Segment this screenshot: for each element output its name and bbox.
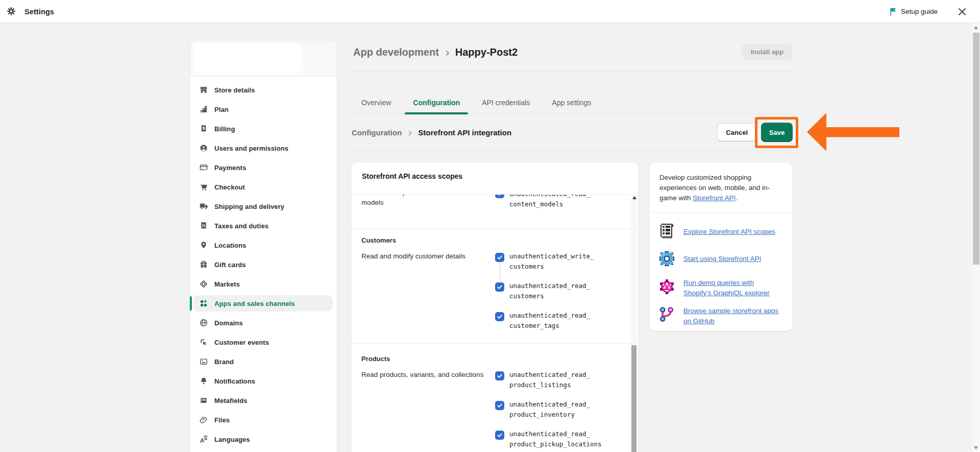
divider xyxy=(351,229,639,229)
checkbox-unauthenticated_write_customers[interactable] xyxy=(495,253,504,262)
breadcrumb-configuration[interactable]: Configuration xyxy=(352,128,402,137)
chevron-right-icon xyxy=(407,130,413,136)
scope-row: unauthenticated_read_content_models xyxy=(495,194,616,209)
scroll-icon xyxy=(658,223,675,240)
sidebar-item-domains[interactable]: Domains xyxy=(193,315,333,331)
settings-nav: Store detailsPlan$BillingUsers and permi… xyxy=(190,77,337,452)
sidebar-item-label: Apps and sales channels xyxy=(214,300,295,307)
divider xyxy=(351,343,639,344)
sidebar-item-plan[interactable]: Plan xyxy=(193,101,333,117)
sidebar-item-label: Metafields xyxy=(214,397,248,405)
sidebar-item-files[interactable]: Files xyxy=(193,412,333,428)
scope-checkbox-group: unauthenticated_read_product_listingsuna… xyxy=(495,370,616,449)
breadcrumb-storefront-api-integration: Storefront API integration xyxy=(418,128,511,137)
sidebar-item-markets[interactable]: Markets xyxy=(193,276,333,292)
sidebar-item-languages[interactable]: Languages xyxy=(193,431,333,447)
breadcrumb: App development Happy-Post2 xyxy=(353,41,518,63)
tab-overview[interactable]: Overview xyxy=(353,91,399,114)
sidebar-item-payments[interactable]: Payments xyxy=(193,159,333,176)
sidebar-item-checkout[interactable]: Checkout xyxy=(193,179,333,195)
scrollbar-thumb[interactable] xyxy=(631,345,636,452)
sidebar-item-metafields[interactable]: Metafields xyxy=(193,392,333,409)
sidebar-item-billing[interactable]: $Billing xyxy=(193,121,333,137)
info-link[interactable]: Browse sample storefront appson GitHub xyxy=(683,306,778,326)
brand-icon xyxy=(199,357,208,366)
graphql-icon xyxy=(658,278,675,295)
close-icon[interactable] xyxy=(957,7,967,17)
billing-icon: $ xyxy=(199,124,208,133)
markets-icon xyxy=(199,279,208,289)
checkbox-unauthenticated_read_customers[interactable] xyxy=(495,282,504,292)
checkbox-unauthenticated_read_product_inventory[interactable] xyxy=(495,401,504,410)
chevron-right-icon xyxy=(444,50,451,57)
sidebar-item-label: Gift cards xyxy=(214,261,246,269)
sidebar-item-apps-and-sales-channels[interactable]: Apps and sales channels xyxy=(193,295,333,312)
sidebar-item-label: Markets xyxy=(214,280,240,288)
scrollbar-up-arrow-icon[interactable] xyxy=(632,196,636,199)
sidebar-item-label: Domains xyxy=(214,319,243,327)
scope-row: unauthenticated_read_product_pickup_loca… xyxy=(495,429,616,449)
flag-icon xyxy=(889,7,897,16)
files-icon xyxy=(199,415,208,424)
install-app-button[interactable]: Install app xyxy=(742,44,792,60)
cancel-button[interactable]: Cancel xyxy=(717,123,756,141)
gear-icon xyxy=(7,7,17,17)
scope-checkbox-group: unauthenticated_write_customersunauthent… xyxy=(495,251,616,331)
scrollbar-up-arrow-icon[interactable] xyxy=(974,26,978,29)
giftcards-icon xyxy=(199,260,208,269)
scopes-scrollbar[interactable] xyxy=(631,194,637,452)
sidebar-item-shipping-and-delivery[interactable]: Shipping and delivery xyxy=(193,198,333,215)
scrollbar-down-arrow-icon[interactable] xyxy=(974,446,978,449)
tab-app-settings[interactable]: App settings xyxy=(544,91,599,114)
sidebar-item-users-and-permissions[interactable]: Users and permissions xyxy=(193,140,333,156)
annotation-arrow xyxy=(804,87,904,156)
checkbox-unauthenticated_read_product_listings[interactable] xyxy=(495,371,504,380)
storefront-api-link[interactable]: Storefront API xyxy=(693,194,736,202)
sidebar-item-label: Payments xyxy=(214,164,246,172)
page-scrollbar[interactable] xyxy=(972,23,980,452)
info-intro: Develop customized shopping experiences … xyxy=(659,173,783,203)
scope-row: unauthenticated_read_product_inventory xyxy=(495,399,616,420)
scope-label: unauthenticated_write_customers xyxy=(509,251,594,272)
scrollbar-thumb[interactable] xyxy=(973,33,979,265)
checkbox-unauthenticated_read_content_models[interactable] xyxy=(495,194,504,198)
sidebar-item-taxes-and-duties[interactable]: Taxes and duties xyxy=(193,218,333,234)
sidebar-item-label: Checkout xyxy=(214,183,245,191)
sidebar-item-label: Brand xyxy=(214,358,234,366)
save-button[interactable]: Save xyxy=(761,123,793,142)
checkbox-unauthenticated_read_customer_tags[interactable] xyxy=(495,312,504,321)
sidebar-item-gift-cards[interactable]: Gift cards xyxy=(193,256,333,273)
scopes-scroll-area[interactable]: Read metaobject definitions and contentm… xyxy=(351,194,639,452)
info-link-row: Run demo queries withShopify’s GraphiQL … xyxy=(658,278,783,298)
scope-label: unauthenticated_read_content_models xyxy=(509,194,590,209)
info-link[interactable]: Explore Storefront API scopes xyxy=(683,227,775,237)
tab-configuration[interactable]: Configuration xyxy=(405,91,468,114)
breadcrumb-app-development[interactable]: App development xyxy=(353,46,439,58)
store-name-blur xyxy=(195,45,300,73)
sidebar-item-label: Languages xyxy=(214,436,250,443)
sidebar-item-locations[interactable]: Locations xyxy=(193,237,333,253)
sidebar-item-label: Taxes and duties xyxy=(214,222,268,230)
sidebar-item-notifications[interactable]: Notifications xyxy=(193,373,333,389)
scope-section-description: Read and modify customer details xyxy=(361,251,495,331)
shipping-icon xyxy=(199,202,208,211)
sidebar-item-label: Shipping and delivery xyxy=(214,203,284,210)
scope-section-row: Read and modify customer detailsunauthen… xyxy=(361,251,616,343)
scope-section-clipped: Read metaobject definitions and contentm… xyxy=(361,194,616,209)
scope-row: unauthenticated_read_customers xyxy=(495,281,616,301)
info-link[interactable]: Start using Storefront API xyxy=(683,254,761,264)
tab-api-credentials[interactable]: API credentials xyxy=(474,91,538,114)
scope-label: unauthenticated_read_customers xyxy=(509,281,590,301)
sidebar-item-label: Notifications xyxy=(214,377,255,385)
setup-guide-button[interactable]: Setup guide xyxy=(889,7,938,16)
info-link[interactable]: Run demo queries withShopify’s GraphiQL … xyxy=(683,278,770,298)
sidebar-item-brand[interactable]: Brand xyxy=(193,353,333,370)
sidebar-item-customer-events[interactable]: Customer events xyxy=(193,334,333,350)
checkbox-unauthenticated_read_product_pickup_locations[interactable] xyxy=(495,431,504,440)
sidebar-item-store-details[interactable]: Store details xyxy=(193,82,333,98)
languages-icon xyxy=(199,435,208,444)
info-link-row: Explore Storefront API scopes xyxy=(658,223,783,240)
scope-section-description: Read metaobject definitions and contentm… xyxy=(361,194,495,209)
config-breadcrumb: Configuration Storefront API integration xyxy=(352,123,511,142)
scopes-scroll-content: Read metaobject definitions and contentm… xyxy=(351,194,639,452)
